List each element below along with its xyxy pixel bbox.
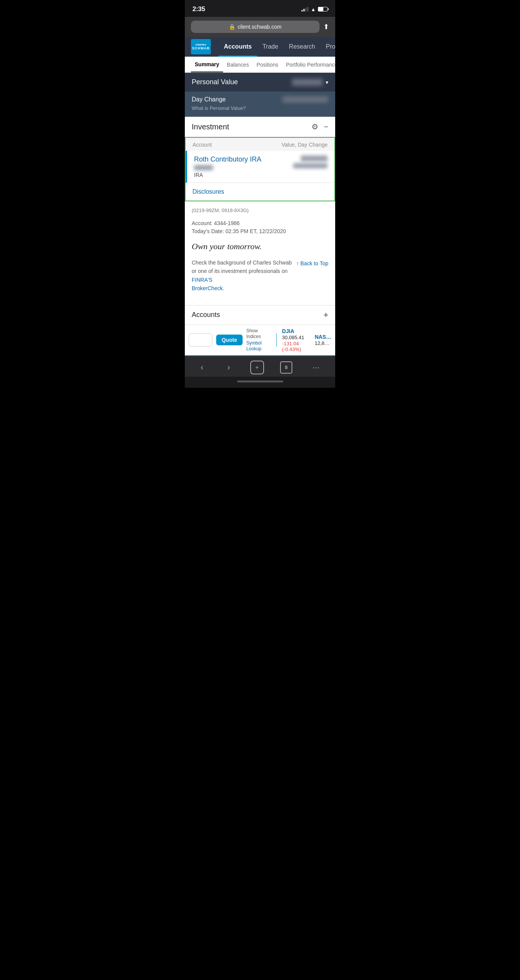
footer-account-number: Account: 4344-1986 bbox=[192, 219, 328, 227]
home-indicator bbox=[185, 377, 335, 388]
footer-codes: (0219-99ZM, 0918-8X3G) bbox=[192, 207, 328, 213]
footer-account-info: Account: 4344-1986 Today's Date: 02:35 P… bbox=[192, 219, 328, 235]
tab-count-badge[interactable]: 8 bbox=[280, 361, 292, 374]
day-change-value-blurred bbox=[282, 96, 328, 103]
home-bar bbox=[237, 381, 283, 382]
quote-actions: Show Indices Symbol Lookup bbox=[246, 328, 271, 352]
account-value-blurred bbox=[301, 155, 328, 162]
nasdaq-data: NAS… 12,8… bbox=[315, 334, 331, 346]
investment-actions: ⚙ − bbox=[311, 122, 328, 131]
day-change-row: Day Change bbox=[192, 96, 328, 103]
schwab-logo[interactable]: charles SCHWAB bbox=[191, 39, 211, 54]
nav-link-research[interactable]: Research bbox=[284, 37, 320, 57]
sub-nav-summary[interactable]: Summary bbox=[191, 57, 223, 72]
account-type: IRA bbox=[194, 172, 261, 178]
logo-charles: charles bbox=[196, 43, 206, 47]
forward-button[interactable]: › bbox=[223, 361, 234, 374]
more-button[interactable]: ··· bbox=[308, 361, 323, 374]
status-time: 2:35 bbox=[192, 5, 205, 13]
browser-nav: ‹ › + 8 ··· bbox=[185, 356, 335, 377]
share-button[interactable]: ⬆ bbox=[323, 23, 329, 31]
add-account-button[interactable]: + bbox=[323, 310, 328, 320]
disclosures-row: Disclosures bbox=[186, 183, 334, 201]
account-header-row: Account Value, Day Change bbox=[186, 138, 334, 151]
day-change-section: Day Change What is Personal Value? bbox=[185, 91, 335, 117]
sub-nav-balances[interactable]: Balances bbox=[223, 57, 253, 72]
djia-change: -131.04 (-0.43%) bbox=[282, 341, 311, 352]
minus-icon[interactable]: − bbox=[324, 122, 328, 131]
symbol-lookup-link[interactable]: Symbol Lookup bbox=[246, 340, 271, 352]
nav-link-accounts[interactable]: Accounts bbox=[218, 37, 257, 57]
footer-row: Check the background of Charles Schwab o… bbox=[192, 258, 328, 299]
account-col-value: Value, Day Change bbox=[282, 142, 328, 148]
quote-bar: Quote Show Indices Symbol Lookup DJIA 30… bbox=[185, 325, 335, 356]
accounts-bar: Accounts + bbox=[185, 305, 335, 325]
personal-value-row[interactable]: Personal Value ▾ bbox=[185, 73, 335, 91]
nav-link-trade[interactable]: Trade bbox=[257, 37, 284, 57]
finra-link[interactable]: FINRA'SBrokerCheck bbox=[192, 277, 223, 291]
account-name[interactable]: Roth Contributory IRA bbox=[194, 155, 261, 163]
footer-info: (0219-99ZM, 0918-8X3G) Account: 4344-198… bbox=[185, 201, 335, 305]
chevron-down-icon: ▾ bbox=[326, 79, 328, 85]
sub-nav-positions[interactable]: Positions bbox=[253, 57, 282, 72]
personal-value-amount: ▾ bbox=[292, 79, 328, 86]
status-icons: ▲ bbox=[302, 7, 328, 12]
investment-title: Investment bbox=[192, 122, 229, 131]
new-tab-button[interactable]: + bbox=[250, 361, 264, 374]
lock-icon: 🔒 bbox=[229, 24, 235, 30]
footer-body-text: Check the background of Charles Schwab o… bbox=[192, 258, 292, 293]
djia-price: 30,085.41 bbox=[282, 335, 311, 340]
investment-header: Investment ⚙ − bbox=[185, 117, 335, 137]
day-change-label: Day Change bbox=[192, 96, 226, 103]
browser-bar: 🔒 client.schwab.com ⬆ bbox=[185, 17, 335, 37]
personal-value-label: Personal Value bbox=[192, 78, 238, 86]
djia-data: DJIA 30,085.41 -131.04 (-0.43%) bbox=[282, 328, 311, 352]
account-row[interactable]: Roth Contributory IRA IRA bbox=[186, 151, 334, 183]
account-number-blurred bbox=[194, 165, 213, 170]
show-indices-label[interactable]: Show Indices bbox=[246, 328, 271, 340]
nav-link-products[interactable]: Produc… bbox=[321, 37, 335, 57]
disclosures-link[interactable]: Disclosures bbox=[192, 188, 224, 195]
account-box: Account Value, Day Change Roth Contribut… bbox=[185, 137, 335, 201]
market-divider bbox=[276, 333, 277, 347]
back-to-top-link[interactable]: ↑ Back to Top bbox=[296, 260, 328, 266]
sub-nav-portfolio-performance[interactable]: Portfolio Performance bbox=[282, 57, 335, 72]
personal-value-link[interactable]: What is Personal Value? bbox=[192, 105, 246, 111]
signal-bars-icon bbox=[302, 7, 308, 11]
sub-nav: Summary Balances Positions Portfolio Per… bbox=[185, 57, 335, 73]
back-button[interactable]: ‹ bbox=[197, 361, 207, 374]
logo-schwab: SCHWAB bbox=[192, 46, 210, 51]
nasdaq-ticker[interactable]: NAS… bbox=[315, 334, 331, 340]
account-col-account: Account bbox=[192, 142, 212, 148]
wifi-icon: ▲ bbox=[311, 7, 316, 12]
quote-button[interactable]: Quote bbox=[216, 335, 242, 345]
battery-icon bbox=[318, 7, 328, 11]
accounts-bar-label: Accounts bbox=[192, 311, 220, 319]
nav-bar: charles SCHWAB Accounts Trade Research P… bbox=[185, 37, 335, 57]
footer-today-date: Today's Date: 02:35 PM ET, 12/22/2020 bbox=[192, 227, 328, 235]
quote-input-wrapper bbox=[189, 333, 212, 346]
url-bar[interactable]: 🔒 client.schwab.com bbox=[191, 21, 319, 33]
url-text: client.schwab.com bbox=[238, 24, 281, 30]
personal-value-blurred bbox=[292, 79, 323, 86]
account-change-blurred bbox=[293, 163, 328, 168]
status-bar: 2:35 ▲ bbox=[185, 0, 335, 17]
nasdaq-value: 12,8… bbox=[315, 340, 331, 346]
nav-links: Accounts Trade Research Produc… bbox=[218, 37, 335, 57]
quote-input[interactable] bbox=[189, 334, 212, 346]
footer-slogan: Own your tomorrow. bbox=[192, 242, 328, 252]
djia-ticker[interactable]: DJIA bbox=[282, 328, 311, 334]
gear-icon[interactable]: ⚙ bbox=[311, 122, 318, 131]
